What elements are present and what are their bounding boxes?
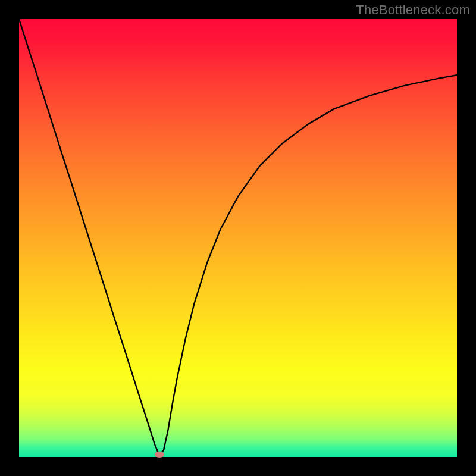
- plot-area: [19, 19, 457, 457]
- attribution-label: TheBottleneck.com: [356, 2, 470, 18]
- optimal-point-marker: [155, 452, 164, 458]
- bottleneck-curve: [19, 19, 457, 457]
- chart-frame: TheBottleneck.com: [0, 0, 476, 476]
